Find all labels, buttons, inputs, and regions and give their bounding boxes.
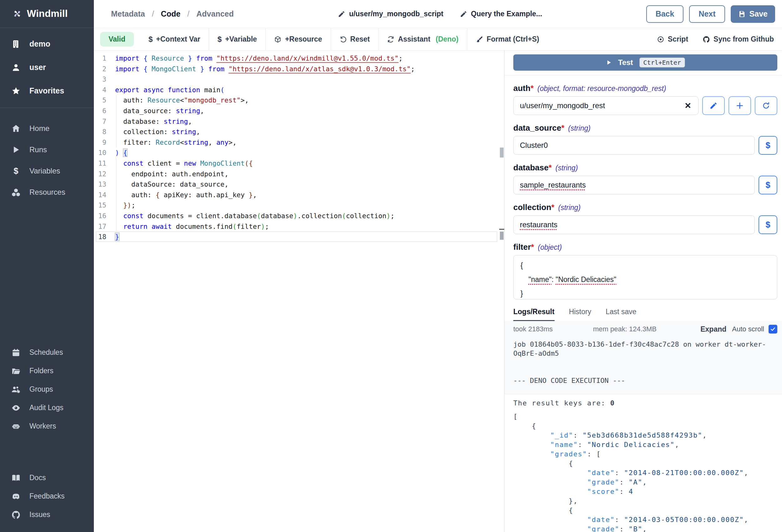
folder-icon [11, 366, 21, 376]
add-context-var-button[interactable]: $ +Context Var [140, 28, 209, 50]
refresh-resource-button[interactable] [755, 96, 777, 115]
play-icon [606, 60, 612, 66]
logo[interactable]: Windmill [0, 0, 94, 28]
data-source-input[interactable]: Cluster0 [513, 136, 755, 155]
code-lines: 1import { Resource } from "https://deno.… [94, 53, 504, 242]
result-tabs: Logs/Result History Last save [513, 308, 777, 321]
github-icon [703, 36, 710, 43]
auth-type-annotation: (object, format: resource-mongodb_rest) [537, 84, 666, 93]
result-viewer[interactable]: The result keys are: 0 [ { "_id": "5eb3d… [513, 394, 777, 532]
windmill-logo-icon [12, 9, 22, 18]
sidebar-item-audit-logs[interactable]: Audit Logs [0, 398, 94, 417]
test-shortcut-kbd: Ctrl+Enter [639, 58, 685, 68]
workspace-label: demo [29, 39, 50, 48]
tab-last-save[interactable]: Last save [606, 308, 636, 321]
sidebar-item-user[interactable]: user [0, 55, 94, 79]
expand-button[interactable]: Expand [700, 325, 726, 334]
data-source-type-annotation: (string) [568, 124, 591, 132]
script-summary[interactable]: Query the Example... [460, 10, 542, 18]
ruler-marker [500, 148, 504, 157]
add-resource-button[interactable] [728, 96, 751, 115]
collection-row: restaurants $ [513, 215, 777, 234]
sidebar-item-docs[interactable]: Docs [0, 468, 94, 487]
sidebar-item-feedbacks[interactable]: Feedbacks [0, 487, 94, 505]
format-button[interactable]: Format (Ctrl+S) [467, 28, 548, 50]
folders-label: Folders [29, 367, 54, 375]
discord-icon [11, 492, 21, 501]
auth-label: auth* (object, format: resource-mongodb_… [513, 83, 777, 93]
sidebar-item-schedules[interactable]: Schedules [0, 343, 94, 362]
code-line: 5 auth: Resource<"mongodb_rest">, [94, 95, 504, 106]
code-line: 10) { [94, 148, 504, 158]
database-input[interactable]: sample_restaurants [513, 176, 755, 194]
code-editor[interactable]: 1import { Resource } from "https://deno.… [94, 51, 504, 532]
code-line: 9 filter: Record<string, any>, [94, 137, 504, 148]
editor-overview-ruler[interactable] [499, 51, 504, 532]
required-asterisk: * [531, 83, 534, 93]
data-source-row: Cluster0 $ [513, 136, 777, 155]
dollar-icon: $ [11, 166, 21, 176]
insert-variable-button[interactable]: $ [758, 215, 777, 234]
current-line-highlight [96, 231, 497, 242]
tab-advanced[interactable]: Advanced [197, 9, 234, 18]
tab-history[interactable]: History [569, 308, 592, 321]
filter-json-editor[interactable]: { "name": "Nordic Delicacies"} [513, 255, 777, 299]
add-resource-button[interactable]: +Resource [265, 28, 330, 50]
next-button[interactable]: Next [689, 5, 725, 23]
code-line: 4export async function main( [94, 85, 504, 95]
sidebar-item-folders[interactable]: Folders [0, 362, 94, 380]
groups-icon [11, 385, 21, 394]
save-button[interactable]: Save [731, 5, 775, 23]
assistant-button[interactable]: Assistant (Deno) [379, 28, 467, 50]
sidebar-item-workspace[interactable]: demo [0, 32, 94, 55]
add-variable-button[interactable]: $ +Variable [209, 28, 265, 50]
sidebar-item-runs[interactable]: Runs [0, 139, 94, 160]
tab-metadata[interactable]: Metadata [111, 9, 145, 18]
result-json: [ { "_id": "5eb3d668b31de5d588f4293b", "… [513, 412, 777, 532]
collection-input[interactable]: restaurants [513, 215, 755, 234]
auto-scroll-checkbox[interactable] [769, 325, 777, 334]
filter-type-annotation: (object) [538, 243, 562, 252]
feedbacks-label: Feedbacks [29, 492, 65, 500]
nav-group: Home Runs $ Variables Resources [0, 108, 94, 208]
clear-icon[interactable]: ✕ [683, 101, 692, 111]
tab-code[interactable]: Code [161, 9, 180, 18]
test-button[interactable]: Test Ctrl+Enter [513, 54, 777, 71]
header: Metadata / Code / Advanced u/user/my_mon… [94, 0, 782, 28]
user-label: user [29, 63, 46, 72]
sync-github-button[interactable]: Sync from Github [703, 35, 774, 43]
reset-button[interactable]: Reset [331, 28, 379, 50]
sidebar-item-groups[interactable]: Groups [0, 380, 94, 398]
code-line: 12 endpoint: auth.endpoint, [94, 169, 504, 180]
back-button[interactable]: Back [646, 5, 684, 23]
assistant-runtime: (Deno) [436, 35, 459, 43]
auth-resource-input[interactable]: u/user/my_mongodb_rest ✕ [513, 96, 699, 115]
required-asterisk: * [531, 242, 534, 252]
required-asterisk: * [551, 202, 554, 212]
sidebar-item-home[interactable]: Home [0, 118, 94, 139]
sidebar-item-variables[interactable]: $ Variables [0, 160, 94, 182]
workers-label: Workers [29, 422, 56, 430]
result-line: }, [513, 496, 777, 506]
sidebar-item-workers[interactable]: Workers [0, 417, 94, 435]
admin-group: Schedules Folders Groups Audit Logs [0, 339, 94, 441]
script-kind-button[interactable]: Script [657, 35, 688, 43]
required-asterisk: * [561, 123, 564, 133]
code-line: 8 collection: string, [94, 126, 504, 137]
sidebar-item-resources[interactable]: Resources [0, 182, 94, 203]
sidebar-item-issues[interactable]: Issues [0, 505, 94, 524]
sidebar-gap [0, 441, 94, 464]
script-path[interactable]: u/user/my_mongodb_script [338, 10, 443, 18]
building-icon [11, 39, 21, 49]
result-line: "name": "Nordic Delicacies", [513, 440, 777, 450]
tab-logs-result[interactable]: Logs/Result [513, 308, 555, 321]
database-type-annotation: (string) [556, 164, 578, 172]
mem-peak: mem peak: 124.3MB [593, 325, 656, 333]
insert-variable-button[interactable]: $ [758, 176, 777, 194]
sidebar-item-favorites[interactable]: Favorites [0, 79, 94, 103]
insert-variable-button[interactable]: $ [758, 136, 777, 155]
edit-resource-button[interactable] [702, 96, 725, 115]
breadcrumb: Metadata / Code / Advanced [111, 9, 234, 18]
header-buttons: Back Next Save [646, 5, 775, 23]
variables-label: Variables [29, 166, 60, 175]
